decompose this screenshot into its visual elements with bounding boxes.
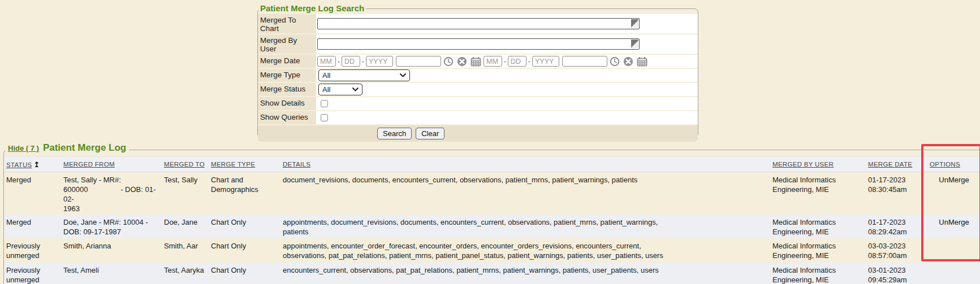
row-merged-by-user: Merged By User [258, 34, 698, 55]
column-header-merged-from[interactable]: MERGED FROM [63, 161, 115, 168]
merged-by-user-cell: Medical Informatics Engineering, MIE [770, 215, 866, 238]
merge-date-end-year-input[interactable] [532, 56, 559, 67]
merge-type-cell: Chart and Demographics [209, 172, 280, 215]
table-row: Merged Test, Sally - MR#: 600000 - DOB: … [4, 172, 980, 215]
merge-status-label: Merge Status [258, 83, 316, 96]
calendar-icon[interactable] [470, 56, 481, 67]
merge-date-cell: 03-03-2023 08:57:00am [866, 238, 927, 263]
merge-date-cell: 01-17-2023 08:30:45am [866, 172, 927, 215]
merged-from-cell: Test, Sally - MR#: 600000 - DOB: 01-02- … [61, 172, 162, 215]
date-separator: - [528, 58, 530, 65]
merged-to-cell: Doe, Jane [162, 215, 209, 238]
details-cell: document_revisions, documents, encounter… [280, 172, 770, 215]
clear-date-icon[interactable] [623, 56, 633, 67]
merge-date-label: Merge Date [258, 55, 316, 68]
merge-type-cell: Chart Only [209, 215, 280, 238]
show-queries-checkbox[interactable] [321, 114, 328, 121]
details-cell: encounters_current, observations, pat_pa… [280, 263, 770, 284]
patient-merge-log-section: Hide ( 7 ) Patient Merge Log STATUS↥ MER… [3, 150, 980, 284]
date-separator: - [362, 58, 364, 65]
show-details-label: Show Details [258, 97, 316, 110]
hide-link[interactable]: Hide ( 7 ) [8, 144, 39, 152]
clear-button[interactable]: Clear [416, 128, 444, 139]
options-cell [927, 263, 980, 284]
merge-type-cell: Chart Only [209, 238, 280, 263]
merge-date-cell: 03-01-2023 09:45:29am [866, 263, 927, 284]
options-cell [927, 238, 980, 263]
row-merged-to-chart: Merged To Chart [258, 14, 698, 34]
merged-from-cell: Test, Ameli [61, 263, 162, 284]
merge-type-select[interactable]: All [318, 69, 410, 81]
merged-from-cell: Smith, Arianna [61, 238, 162, 263]
merged-to-cell: Test, Aaryka [162, 263, 209, 284]
column-header-merged-by-user[interactable]: MERGED BY USER [772, 161, 834, 168]
merge-date-end-month-input[interactable] [483, 56, 502, 67]
status-cell: Previously unmerged [4, 263, 61, 284]
show-details-checkbox[interactable] [321, 100, 328, 107]
unmerge-link[interactable]: UnMerge [939, 218, 969, 226]
table-header-row: STATUS↥ MERGED FROM MERGED TO MERGE TYPE… [4, 157, 980, 172]
search-form-rows: Merged To Chart Merged By User Merge Dat… [258, 14, 698, 142]
show-queries-label: Show Queries [258, 111, 316, 124]
log-section-title: Patient Merge Log [43, 142, 126, 154]
merge-date-cell: 01-17-2023 08:29:42am [866, 215, 927, 238]
date-separator: - [504, 58, 506, 65]
column-header-merge-date[interactable]: MERGE DATE [868, 161, 912, 168]
merge-date-start-year-input[interactable] [366, 56, 393, 67]
calendar-icon[interactable] [637, 56, 647, 67]
merge-status-select[interactable]: All [318, 84, 362, 95]
sort-ascending-icon: ↥ [33, 160, 40, 169]
chevron-down-icon [352, 88, 359, 91]
merge-type-cell: Chart Only [209, 263, 280, 284]
column-header-details[interactable]: DETAILS [283, 161, 310, 168]
page: { "colors": { "accent_green": "#578a21",… [0, 0, 980, 284]
column-header-status[interactable]: STATUS [6, 161, 32, 168]
patient-merge-log-search-form: Patient Merge Log Search Merged To Chart… [257, 3, 698, 138]
details-cell: appointments, encounter_order_forecast, … [280, 238, 770, 263]
search-form-title: Patient Merge Log Search [258, 3, 366, 14]
merged-by-user-cell: Medical Informatics Engineering, MIE [770, 263, 866, 284]
merge-log-table: STATUS↥ MERGED FROM MERGED TO MERGE TYPE… [4, 156, 980, 284]
merge-date-start-month-input[interactable] [317, 56, 336, 67]
merged-to-chart-label: Merged To Chart [258, 14, 316, 33]
unmerge-link[interactable]: UnMerge [939, 176, 969, 184]
merged-by-user-input[interactable] [317, 38, 640, 50]
row-merge-type: Merge Type All [258, 69, 698, 83]
merge-date-start-day-input[interactable] [342, 56, 360, 67]
column-header-merged-to[interactable]: MERGED TO [164, 161, 205, 168]
merge-type-selected-value: All [322, 71, 330, 80]
row-merge-status: Merge Status All [258, 83, 698, 97]
merged-by-user-cell: Medical Informatics Engineering, MIE [770, 238, 866, 263]
merged-from-cell: Doe, Jane - MR#: 10004 - DOB: 09-17-1987 [61, 215, 162, 238]
merged-by-user-label: Merged By User [258, 34, 316, 54]
status-cell: Previously unmerged [4, 238, 61, 263]
search-button[interactable]: Search [377, 128, 412, 139]
merge-type-label: Merge Type [258, 69, 316, 82]
table-row: Previously unmerged Test, Ameli Test, Aa… [4, 263, 980, 284]
merge-date-end-day-input[interactable] [508, 56, 526, 67]
clock-icon[interactable] [610, 56, 620, 67]
status-cell: Merged [4, 215, 61, 238]
table-row: Merged Doe, Jane - MR#: 10004 - DOB: 09-… [4, 215, 980, 238]
table-row: Previously unmerged Smith, Arianna Smith… [4, 238, 980, 263]
clear-date-icon[interactable] [457, 56, 467, 67]
date-separator: - [338, 58, 340, 65]
form-button-bar: Search Clear [258, 125, 698, 142]
clock-icon[interactable] [443, 56, 454, 67]
log-section-legend: Hide ( 7 ) Patient Merge Log [5, 142, 129, 154]
row-show-details: Show Details [258, 97, 698, 111]
status-cell: Merged [4, 172, 61, 215]
merge-status-selected-value: All [322, 85, 330, 94]
column-header-merge-type[interactable]: MERGE TYPE [211, 161, 255, 168]
chevron-down-icon [400, 73, 406, 77]
merge-date-start-time-input[interactable] [396, 56, 441, 67]
row-show-queries: Show Queries [258, 111, 698, 125]
details-cell: appointments, document_revisions, docume… [280, 215, 770, 238]
merged-to-chart-input[interactable] [317, 18, 640, 29]
merge-date-end-time-input[interactable] [562, 56, 607, 67]
merged-to-cell: Test, Sally [162, 172, 209, 215]
row-merge-date: Merge Date - - - - [258, 55, 698, 69]
merged-to-cell: Smith, Aar [162, 238, 209, 263]
merged-by-user-cell: Medical Informatics Engineering, MIE [770, 172, 866, 215]
column-header-options[interactable]: OPTIONS [930, 161, 960, 168]
